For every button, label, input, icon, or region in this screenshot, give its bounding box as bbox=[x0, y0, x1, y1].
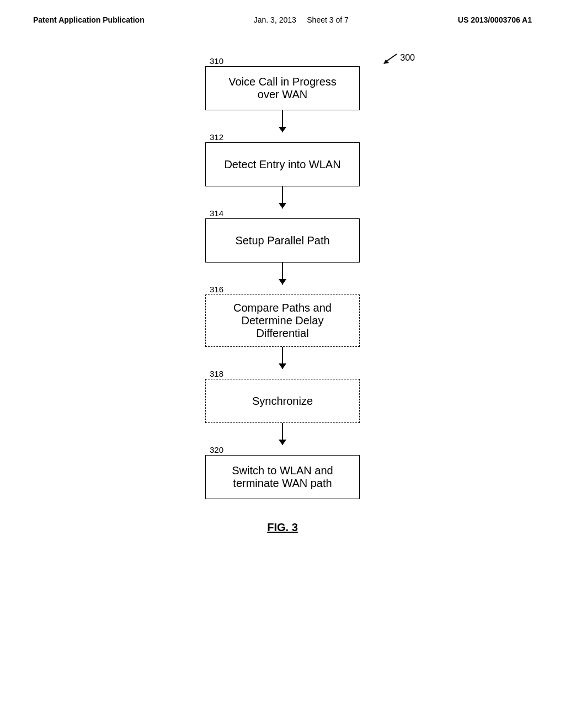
header-date: Jan. 3, 2013 bbox=[254, 15, 296, 24]
ref-316-row: 316 bbox=[194, 285, 371, 295]
box-310: Voice Call in Progress over WAN bbox=[205, 66, 360, 110]
ref-312-number: 312 bbox=[210, 132, 223, 142]
ref-320-row: 320 bbox=[194, 445, 371, 455]
arrow-312-314 bbox=[282, 186, 283, 208]
diagram-container: 300 310 Voice Call in Progress over WAN … bbox=[0, 52, 565, 534]
ref-310-row: 310 bbox=[194, 56, 371, 66]
ref-310-number: 310 bbox=[210, 56, 223, 66]
box-316: Compare Paths and Determine Delay Differ… bbox=[205, 295, 360, 347]
patent-publication-label: Patent Application Publication bbox=[33, 15, 145, 24]
step-wrapper-318: 318 Synchronize bbox=[194, 369, 371, 423]
box-320: Switch to WLAN and terminate WAN path bbox=[205, 455, 360, 499]
ref-300-number: 300 bbox=[400, 53, 415, 63]
ref-316-number: 316 bbox=[210, 285, 223, 294]
arrow-310-312 bbox=[282, 110, 283, 132]
ref-318-number: 318 bbox=[210, 369, 223, 378]
arrow-318-320 bbox=[282, 423, 283, 445]
ref-314-row: 314 bbox=[194, 208, 371, 218]
ref-318-row: 318 bbox=[194, 369, 371, 379]
box-312: Detect Entry into WLAN bbox=[205, 142, 360, 186]
flowchart: 310 Voice Call in Progress over WAN 312 … bbox=[194, 56, 371, 499]
arrow-314-316 bbox=[282, 263, 283, 285]
step-wrapper-310: 310 Voice Call in Progress over WAN bbox=[194, 56, 371, 110]
fig-label: FIG. 3 bbox=[267, 521, 298, 534]
ref-300-label: 300 bbox=[381, 52, 415, 64]
ref-320-number: 320 bbox=[210, 445, 223, 454]
ref-312-row: 312 bbox=[194, 132, 371, 142]
box-318: Synchronize bbox=[205, 379, 360, 423]
ref-300-arrow bbox=[381, 52, 398, 64]
svg-line-0 bbox=[386, 54, 397, 62]
ref-314-number: 314 bbox=[210, 208, 223, 218]
arrow-316-318 bbox=[282, 347, 283, 369]
header-sheet: Sheet 3 of 7 bbox=[307, 15, 349, 24]
header-center: Jan. 3, 2013 Sheet 3 of 7 bbox=[254, 15, 349, 24]
patent-number-label: US 2013/0003706 A1 bbox=[458, 15, 532, 24]
box-314: Setup Parallel Path bbox=[205, 218, 360, 263]
step-wrapper-316: 316 Compare Paths and Determine Delay Di… bbox=[194, 285, 371, 347]
step-wrapper-312: 312 Detect Entry into WLAN bbox=[194, 132, 371, 186]
step-wrapper-320: 320 Switch to WLAN and terminate WAN pat… bbox=[194, 445, 371, 499]
step-wrapper-314: 314 Setup Parallel Path bbox=[194, 208, 371, 263]
